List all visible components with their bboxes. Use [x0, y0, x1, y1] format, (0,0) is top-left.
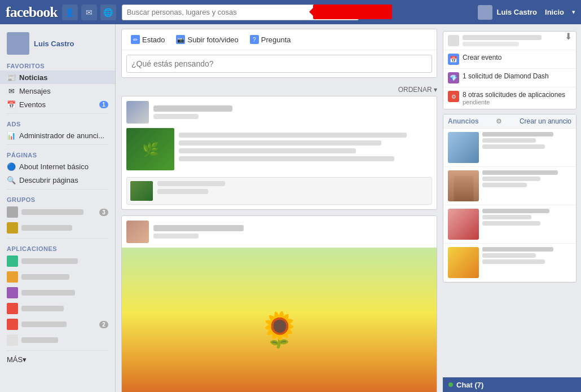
diamond-dash-label: 1 solicitud de Diamond Dash	[463, 72, 549, 80]
friend-requests-icon[interactable]: 👤	[62, 5, 78, 20]
sidebar-profile[interactable]: Luis Castro	[0, 29, 115, 58]
app-icon-4	[7, 303, 18, 314]
about-internet-icon: 🔵	[7, 162, 16, 171]
sidebar-item-admin-anuncios[interactable]: 📊 Administrador de anunci...	[0, 129, 115, 142]
mensajes-icon: ✉	[7, 86, 16, 95]
ad-item-4[interactable]	[443, 244, 576, 282]
feed-line-2	[179, 140, 381, 146]
nav-home-button[interactable]: Inicio	[542, 6, 567, 19]
sidebar-section-aplicaciones: APLICACIONES	[0, 241, 115, 253]
sidebar-section-grupos: GRUPOS	[0, 192, 115, 204]
ad-name-blurred-3	[482, 209, 549, 213]
sidebar-section-favoritos: FAVORITOS	[0, 58, 115, 71]
ads-gear-icon[interactable]: ⚙	[496, 117, 502, 125]
facebook-logo[interactable]: facebook	[6, 4, 58, 21]
sidebar-item-mensajes[interactable]: ✉ Mensajes	[0, 84, 115, 98]
sidebar-app-item-3[interactable]	[0, 285, 115, 301]
sidebar-app-item-6[interactable]	[0, 332, 115, 348]
download-icon[interactable]: ⬇	[565, 31, 572, 42]
ad-item-2[interactable]	[443, 167, 576, 205]
ad-item-3[interactable]	[443, 205, 576, 244]
feed-item-2-image: 🌻	[122, 248, 437, 392]
otras-solicitudes-text: 8 otras solicitudes de aplicaciones pend…	[463, 91, 565, 105]
sidebar-username[interactable]: Luis Castro	[34, 39, 74, 48]
post-box: ✏ Estado 📷 Subir foto/video ? Pregunta	[121, 29, 437, 78]
messages-icon[interactable]: ✉	[81, 5, 97, 20]
post-input[interactable]	[126, 55, 432, 73]
sidebar-app-item-4[interactable]	[0, 301, 115, 316]
feed-line-3	[179, 148, 356, 153]
feed-item-1-text	[179, 128, 437, 175]
app-icon-5	[7, 319, 18, 330]
pregunta-icon: ?	[250, 35, 259, 44]
sidebar-item-eventos[interactable]: 📅 Eventos 1	[0, 98, 115, 111]
ad-desc-blurred-4	[482, 183, 527, 187]
app-name-4	[21, 306, 64, 311]
feed-line-1	[179, 133, 407, 138]
nav-username[interactable]: Luis Castro	[497, 8, 538, 16]
ad-desc-blurred-3	[482, 177, 540, 181]
ad-thumb-2	[448, 170, 479, 201]
diamond-dash-icon: 💎	[448, 72, 459, 83]
feed-share-thumb	[130, 181, 153, 201]
foto-icon: 📷	[176, 35, 185, 44]
sidebar-separator-5	[7, 350, 108, 351]
right-panel: ⬇ 📅 Crear evento 💎 1 solicitud de Diamon…	[443, 24, 581, 392]
top-navigation: facebook 👤 ✉ 🌐 🔍 Luis Castro Inicio ▾	[0, 0, 581, 24]
blurred-notif-text	[463, 35, 542, 46]
sidebar-item-descubrir[interactable]: 🔍 Descubrir páginas	[0, 173, 115, 187]
red-arrow-annotation	[313, 5, 392, 19]
feed-item-1-share	[126, 177, 432, 205]
app-name-5	[21, 321, 67, 327]
blurred-notif-icon	[448, 35, 459, 46]
sidebar-item-about-internet[interactable]: 🔵 About Internet básico	[0, 160, 115, 173]
ad-desc-blurred-2	[482, 144, 545, 149]
otras-solicitudes-icon: ⚙	[448, 91, 459, 102]
app-icon-6	[7, 334, 18, 346]
group-avatar-1	[7, 206, 18, 218]
post-tabs: ✏ Estado 📷 Subir foto/video ? Pregunta	[122, 29, 437, 50]
sidebar-label-about-internet: About Internet básico	[19, 162, 108, 171]
ad-desc-blurred-1	[482, 138, 536, 143]
post-tab-pregunta[interactable]: ? Pregunta	[245, 33, 296, 46]
chat-bar[interactable]: Chat (7)	[443, 377, 581, 392]
sidebar-group-item-2[interactable]	[0, 220, 115, 236]
sidebar-app-item-5[interactable]: 2	[0, 316, 115, 332]
post-input-area	[122, 50, 437, 77]
sidebar-label-descubrir: Descubrir páginas	[19, 176, 108, 184]
create-ad-link[interactable]: Crear un anuncio	[520, 117, 571, 125]
ad-item-1[interactable]	[443, 129, 576, 167]
post-tab-estado-label: Estado	[142, 36, 165, 44]
ads-title-label: Anuncios	[448, 117, 479, 125]
right-item-blurred[interactable]	[443, 32, 576, 50]
nav-right-section: Luis Castro Inicio ▾	[478, 5, 575, 20]
feed-item-2-avatar	[126, 221, 149, 243]
ad-desc-blurred-5	[482, 215, 531, 219]
post-tab-estado[interactable]: ✏ Estado	[126, 33, 169, 46]
ad-name-blurred-1	[482, 132, 553, 136]
sidebar-separator-1	[7, 113, 108, 114]
right-item-crear-evento[interactable]: 📅 Crear evento	[443, 50, 576, 69]
sidebar-app-item-2[interactable]	[0, 269, 115, 285]
feed-share-line-2	[157, 189, 208, 194]
sidebar-app-item-1[interactable]	[0, 253, 115, 269]
ad-desc-blurred-6	[482, 221, 540, 226]
ad-thumb-3	[448, 209, 479, 240]
ordenar-button[interactable]: ORDENAR ▾	[398, 86, 437, 94]
ad-person-shape	[454, 176, 473, 201]
sidebar-label-eventos: Eventos	[19, 100, 96, 109]
nav-dropdown-arrow[interactable]: ▾	[572, 8, 575, 16]
sidebar-avatar	[7, 32, 29, 55]
sidebar-mas[interactable]: MÁS▾	[0, 353, 115, 366]
right-item-diamond-dash[interactable]: 💎 1 solicitud de Diamond Dash	[443, 69, 576, 87]
crear-evento-label: Crear evento	[463, 54, 501, 61]
feed-item-2-header	[122, 216, 437, 248]
sidebar-group-item-1[interactable]: 3	[0, 204, 115, 220]
post-tab-foto[interactable]: 📷 Subir foto/video	[171, 33, 243, 46]
sidebar-item-noticias[interactable]: 📰 Noticias	[0, 71, 115, 84]
notifications-icon[interactable]: 🌐	[100, 5, 116, 20]
ads-section: Anuncios ⚙ Crear un anuncio	[443, 114, 576, 283]
app-name-2	[21, 274, 69, 280]
app-icon-2	[7, 271, 18, 283]
right-item-otras-solicitudes[interactable]: ⚙ 8 otras solicitudes de aplicaciones pe…	[443, 87, 576, 109]
